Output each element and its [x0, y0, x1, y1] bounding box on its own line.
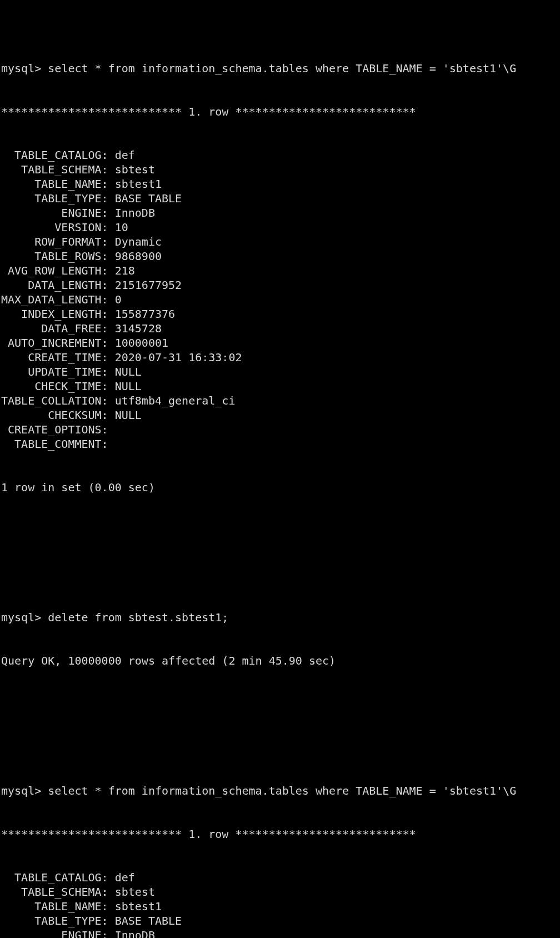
field-value: def — [108, 148, 135, 162]
field-row: TABLE_TYPE:BASE TABLE — [1, 191, 559, 206]
field-value — [108, 437, 115, 451]
field-row: INDEX_LENGTH:155877376 — [1, 307, 559, 321]
sql-command: select * from information_schema.tables … — [48, 784, 516, 797]
field-key: TABLE_SCHEMA: — [1, 162, 108, 177]
field-value: 10 — [108, 220, 128, 234]
field-row: VERSION:10 — [1, 220, 559, 234]
field-row: DATA_FREE:3145728 — [1, 321, 559, 336]
field-key: TABLE_CATALOG: — [1, 148, 108, 162]
field-row: TABLE_NAME:sbtest1 — [1, 899, 559, 914]
field-row: CREATE_TIME:2020-07-31 16:33:02 — [1, 350, 559, 365]
field-value: 3145728 — [108, 321, 162, 336]
field-row: TABLE_NAME:sbtest1 — [1, 177, 559, 191]
result-fields-1: TABLE_CATALOG:def TABLE_SCHEMA:sbtest TA… — [1, 148, 559, 451]
field-key: VERSION: — [1, 220, 108, 234]
field-row: MAX_DATA_LENGTH:0 — [1, 292, 559, 307]
command-line-delete: mysql> delete from sbtest.sbtest1; — [1, 610, 559, 625]
field-value: sbtest — [108, 162, 155, 177]
field-key: AUTO_INCREMENT: — [1, 336, 108, 350]
command-line-1: mysql> select * from information_schema.… — [1, 61, 559, 76]
field-value: utf8mb4_general_ci — [108, 393, 236, 408]
field-value: InnoDB — [108, 206, 155, 220]
field-key: MAX_DATA_LENGTH: — [1, 292, 108, 307]
field-value: sbtest — [108, 885, 155, 899]
field-key: TABLE_NAME: — [1, 899, 108, 914]
terminal-output[interactable]: mysql> select * from information_schema.… — [0, 0, 560, 938]
field-key: AVG_ROW_LENGTH: — [1, 263, 108, 278]
field-key: INDEX_LENGTH: — [1, 307, 108, 321]
field-value: 218 — [108, 263, 135, 278]
field-row: CREATE_OPTIONS: — [1, 422, 559, 437]
field-row: CHECKSUM:NULL — [1, 408, 559, 422]
row-separator-2: *************************** 1. row *****… — [1, 827, 559, 841]
sql-command: select * from information_schema.tables … — [48, 62, 516, 75]
field-key: TABLE_COMMENT: — [1, 437, 108, 451]
field-value: NULL — [108, 408, 142, 422]
field-row: UPDATE_TIME:NULL — [1, 365, 559, 379]
field-value: BASE TABLE — [108, 191, 182, 206]
field-key: ENGINE: — [1, 206, 108, 220]
field-key: TABLE_COLLATION: — [1, 393, 108, 408]
field-key: TABLE_NAME: — [1, 177, 108, 191]
field-row: TABLE_CATALOG:def — [1, 148, 559, 162]
field-key: TABLE_SCHEMA: — [1, 885, 108, 899]
field-key: CHECKSUM: — [1, 408, 108, 422]
field-key: ENGINE: — [1, 928, 108, 938]
field-row: TABLE_COMMENT: — [1, 437, 559, 451]
result-fields-2: TABLE_CATALOG:def TABLE_SCHEMA:sbtest TA… — [1, 870, 559, 938]
blank-line — [1, 711, 559, 726]
field-value: 2020-07-31 16:33:02 — [108, 350, 242, 365]
field-value: 9868900 — [108, 249, 162, 263]
mysql-prompt: mysql> — [1, 611, 48, 624]
field-value: sbtest1 — [108, 899, 162, 914]
result-summary-1: 1 row in set (0.00 sec) — [1, 480, 559, 495]
field-key: TABLE_TYPE: — [1, 914, 108, 928]
field-row: DATA_LENGTH:2151677952 — [1, 278, 559, 292]
field-value: Dynamic — [108, 234, 162, 249]
sql-command: delete from sbtest.sbtest1; — [48, 611, 228, 624]
field-value: NULL — [108, 379, 142, 393]
field-key: TABLE_CATALOG: — [1, 870, 108, 885]
field-row: TABLE_COLLATION:utf8mb4_general_ci — [1, 393, 559, 408]
field-key: CHECK_TIME: — [1, 379, 108, 393]
field-row: TABLE_TYPE:BASE TABLE — [1, 914, 559, 928]
field-key: TABLE_TYPE: — [1, 191, 108, 206]
field-key: UPDATE_TIME: — [1, 365, 108, 379]
field-value: InnoDB — [108, 928, 155, 938]
row-separator-1: *************************** 1. row *****… — [1, 104, 559, 119]
field-row: TABLE_CATALOG:def — [1, 870, 559, 885]
field-value: NULL — [108, 365, 142, 379]
field-value: 10000001 — [108, 336, 168, 350]
field-key: CREATE_OPTIONS: — [1, 422, 108, 437]
field-value: def — [108, 870, 135, 885]
field-value: sbtest1 — [108, 177, 162, 191]
field-row: CHECK_TIME:NULL — [1, 379, 559, 393]
field-row: ENGINE:InnoDB — [1, 206, 559, 220]
field-value: 155877376 — [108, 307, 175, 321]
field-row: AUTO_INCREMENT:10000001 — [1, 336, 559, 350]
field-row: TABLE_SCHEMA:sbtest — [1, 162, 559, 177]
field-key: ROW_FORMAT: — [1, 234, 108, 249]
field-row: ENGINE:InnoDB — [1, 928, 559, 938]
mysql-prompt: mysql> — [1, 784, 48, 797]
field-key: TABLE_ROWS: — [1, 249, 108, 263]
field-key: DATA_FREE: — [1, 321, 108, 336]
field-key: CREATE_TIME: — [1, 350, 108, 365]
field-value: BASE TABLE — [108, 914, 182, 928]
field-row: ROW_FORMAT:Dynamic — [1, 234, 559, 249]
command-line-2: mysql> select * from information_schema.… — [1, 784, 559, 798]
field-row: AVG_ROW_LENGTH:218 — [1, 263, 559, 278]
mysql-prompt: mysql> — [1, 62, 48, 75]
field-value: 2151677952 — [108, 278, 182, 292]
blank-line — [1, 538, 559, 552]
field-key: DATA_LENGTH: — [1, 278, 108, 292]
field-value: 0 — [108, 292, 122, 307]
field-row: TABLE_SCHEMA:sbtest — [1, 885, 559, 899]
field-value — [108, 422, 115, 437]
field-row: TABLE_ROWS:9868900 — [1, 249, 559, 263]
delete-result: Query OK, 10000000 rows affected (2 min … — [1, 653, 559, 668]
